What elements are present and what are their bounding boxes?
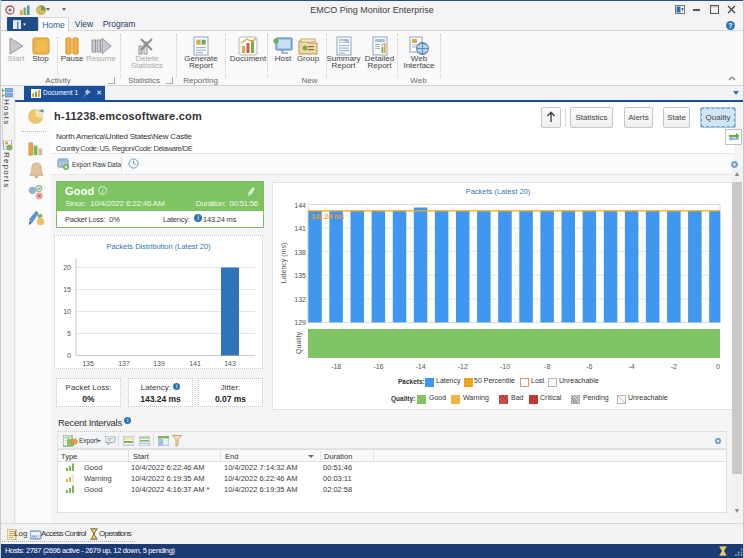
svg-text:-16: -16: [373, 363, 383, 370]
svg-text:-8: -8: [544, 363, 550, 370]
svg-text:0: 0: [67, 352, 71, 359]
svg-text:-14: -14: [416, 363, 426, 370]
svg-text:132: 132: [294, 296, 306, 303]
svg-text:5: 5: [67, 330, 71, 337]
svg-text:138: 138: [294, 249, 306, 256]
svg-text:-6: -6: [586, 363, 592, 370]
svg-text:0: 0: [716, 363, 720, 370]
svg-text:135: 135: [294, 272, 306, 279]
svg-text:-10: -10: [500, 363, 510, 370]
svg-text:129: 129: [294, 319, 306, 326]
svg-text:Latency (ms): Latency (ms): [280, 243, 288, 283]
svg-text:141: 141: [189, 360, 201, 367]
svg-text:-12: -12: [458, 363, 468, 370]
svg-text:144: 144: [294, 202, 306, 209]
svg-text:135: 135: [82, 360, 94, 367]
svg-text:15: 15: [63, 286, 71, 293]
svg-text:143: 143: [224, 360, 236, 367]
svg-text:137: 137: [118, 360, 130, 367]
svg-text:10: 10: [63, 308, 71, 315]
svg-text:-2: -2: [671, 363, 677, 370]
svg-text:20: 20: [63, 264, 71, 271]
svg-text:141: 141: [294, 225, 306, 232]
svg-text:139: 139: [153, 360, 165, 367]
svg-text:-4: -4: [628, 363, 634, 370]
svg-text:143.24 ms: 143.24 ms: [311, 213, 345, 220]
svg-text:Quality: Quality: [295, 332, 303, 354]
svg-text:-18: -18: [331, 363, 341, 370]
